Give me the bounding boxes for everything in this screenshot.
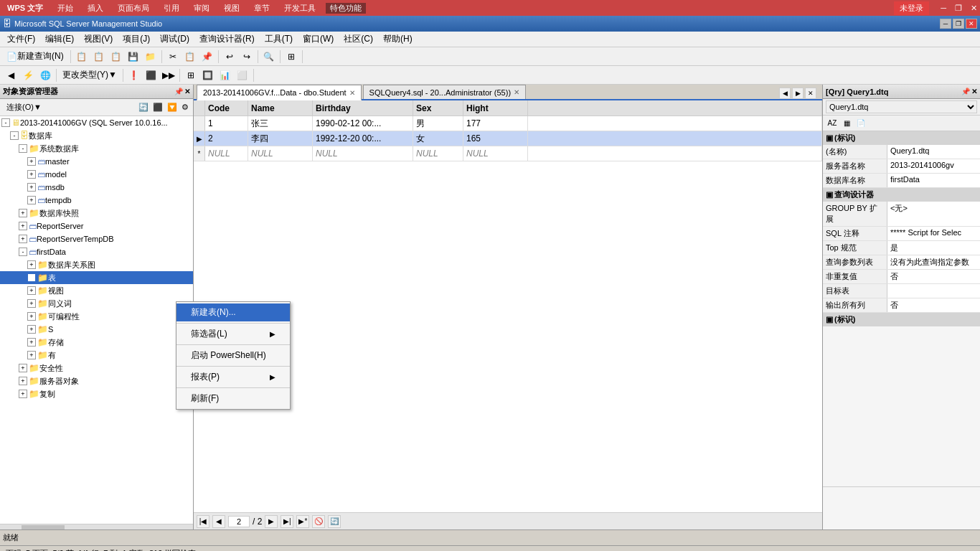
tables-expand[interactable]: + — [27, 273, 36, 282]
tb2-btn-10[interactable]: ⬜ — [235, 68, 250, 83]
prop-section-identity[interactable]: ▣ (标识) — [823, 131, 980, 145]
grid-row-1[interactable]: 1 张三 1990-02-12 00:... 男 177 — [194, 116, 822, 131]
wps-menu-ref[interactable]: 引用 — [159, 3, 184, 14]
wps-menu-layout[interactable]: 页面布局 — [113, 3, 154, 14]
tab-scroll-right[interactable]: ▶ — [792, 88, 804, 99]
row2-code[interactable]: 2 — [205, 131, 248, 146]
tree-security[interactable]: + 📁 安全性 — [0, 362, 193, 375]
tb2-btn-5[interactable]: ⬛ — [143, 68, 159, 83]
tb-btn-11[interactable]: 🔍 — [261, 50, 277, 64]
tb-filter-icon[interactable]: 🔽 — [166, 101, 179, 113]
explorer-hscrollbar[interactable] — [0, 524, 193, 529]
s-expand[interactable]: + — [27, 325, 36, 334]
tb-btn-3[interactable]: 📋 — [108, 50, 124, 64]
snapshots-expand[interactable]: + — [19, 209, 27, 217]
tb-btn-7[interactable]: 📋 — [182, 50, 198, 64]
tree-views[interactable]: + 📁 视图 — [0, 284, 193, 297]
nav-prev-btn[interactable]: ◀ — [212, 515, 225, 528]
databases-expand[interactable]: - — [10, 131, 19, 140]
tree-system-dbs[interactable]: - 📁 系统数据库 — [0, 142, 193, 155]
tb-btn-6[interactable]: ✂ — [165, 50, 181, 64]
server-expand[interactable]: - — [1, 118, 10, 127]
row1-sex[interactable]: 男 — [413, 116, 463, 131]
properties-dropdown[interactable]: Query1.dtq — [826, 100, 977, 113]
ctx-reports[interactable]: 报表(P) ▶ — [176, 368, 290, 386]
wps-menu-review[interactable]: 审阅 — [189, 3, 214, 14]
row2-hight[interactable]: 165 — [463, 131, 528, 146]
row1-code[interactable]: 1 — [205, 116, 248, 131]
views-expand[interactable]: + — [27, 286, 36, 295]
tb-btn-2[interactable]: 📋 — [91, 50, 107, 64]
tree-model[interactable]: + 🗃 model — [0, 168, 193, 181]
menu-file[interactable]: 文件(F) — [3, 32, 39, 47]
menu-help[interactable]: 帮助(H) — [379, 32, 417, 47]
db-diagrams-expand[interactable]: + — [27, 260, 36, 269]
tb-btn-5[interactable]: 📁 — [143, 50, 159, 64]
new-query-btn[interactable]: 📄 新建查询(N) — [3, 50, 67, 64]
wps-logo[interactable]: WPS 文字 — [3, 2, 47, 14]
prop-value-distinct[interactable]: 否 — [887, 270, 980, 283]
master-expand[interactable]: + — [27, 157, 36, 166]
tree-s[interactable]: + 📁 S — [0, 323, 193, 336]
pin-icon[interactable]: 📌 — [174, 88, 183, 95]
explorer-close-icon[interactable]: ✕ — [184, 88, 190, 95]
synonyms-expand[interactable]: + — [27, 299, 36, 308]
menu-debug[interactable]: 调试(D) — [156, 32, 194, 47]
storage-expand[interactable]: + — [27, 338, 36, 347]
security-expand[interactable]: + — [19, 364, 27, 372]
tb2-btn-4[interactable]: ❗ — [126, 68, 142, 83]
tb2-btn-8[interactable]: 🔲 — [200, 68, 216, 83]
prop-value-server[interactable]: 2013-20141006gv — [887, 159, 980, 173]
tb2-btn-7[interactable]: ⊞ — [183, 68, 199, 83]
tree-replication[interactable]: + 📁 复制 — [0, 387, 193, 400]
reportserver-expand[interactable]: + — [19, 222, 27, 230]
wps-menu-chapter[interactable]: 章节 — [250, 3, 274, 14]
tab-sqlquery-close[interactable]: ✕ — [514, 88, 519, 96]
tab-sqlquery[interactable]: SQLQuery4.sql - 20...Administrator (55))… — [363, 85, 526, 99]
wps-menu-dev[interactable]: 开发工具 — [280, 3, 320, 14]
row2-name[interactable]: 李四 — [248, 131, 313, 146]
wps-menu-insert[interactable]: 插入 — [83, 3, 108, 14]
wps-menu-special[interactable]: 特色功能 — [326, 3, 366, 14]
ctx-filter[interactable]: 筛选器(L) ▶ — [176, 325, 290, 343]
menu-edit[interactable]: 编辑(E) — [41, 32, 78, 47]
tb2-btn-2[interactable]: ⚡ — [20, 68, 36, 83]
prop-value-name[interactable]: Query1.dtq — [887, 145, 980, 159]
prop-value-db[interactable]: firstData — [887, 174, 980, 187]
prop-az-btn[interactable]: AZ — [826, 117, 839, 130]
tab-student-close[interactable]: ✕ — [349, 89, 355, 97]
row2-sex[interactable]: 女 — [413, 131, 463, 146]
programmability-expand[interactable]: + — [27, 312, 36, 321]
properties-close-icon[interactable]: ✕ — [971, 88, 977, 95]
row-null-hight[interactable]: NULL — [463, 146, 528, 161]
tempdb-expand[interactable]: + — [27, 196, 36, 204]
tb-btn-8[interactable]: 📌 — [199, 50, 215, 64]
tree-databases[interactable]: - 🗄 数据库 — [0, 129, 193, 142]
ssms-minimize-btn[interactable]: ─ — [940, 19, 951, 29]
prop-value-params[interactable]: 没有为此查询指定参数 — [887, 255, 980, 269]
tree-storage[interactable]: + 📁 存储 — [0, 336, 193, 349]
msdb-expand[interactable]: + — [27, 183, 36, 192]
tree-reportserver-temp[interactable]: + 🗃 ReportServerTempDB — [0, 232, 193, 245]
tree-db-snapshots[interactable]: + 📁 数据库快照 — [0, 207, 193, 220]
ctx-refresh[interactable]: 刷新(F) — [176, 390, 290, 408]
menu-view[interactable]: 视图(V) — [80, 32, 117, 47]
menu-project[interactable]: 项目(J) — [118, 32, 154, 47]
tab-student[interactable]: 2013-20141006GV.f...Data - dbo.Student ✕ — [197, 85, 362, 100]
tab-close-all[interactable]: ✕ — [805, 88, 816, 99]
row-null-name[interactable]: NULL — [248, 146, 313, 161]
tb2-btn-9[interactable]: 📊 — [217, 68, 233, 83]
nav-cancel-btn[interactable]: 🚫 — [312, 515, 325, 528]
prop-section-qd[interactable]: ▣ 查询设计器 — [823, 188, 980, 202]
prop-page-btn[interactable]: 📄 — [854, 117, 867, 130]
model-expand[interactable]: + — [27, 170, 36, 179]
tree-msdb[interactable]: + 🗃 msdb — [0, 181, 193, 194]
wps-close[interactable]: ✕ — [971, 4, 977, 13]
tree-db-diagrams[interactable]: + 📁 数据库关系图 — [0, 258, 193, 271]
tree-tempdb[interactable]: + 🗃 tempdb — [0, 194, 193, 207]
row1-name[interactable]: 张三 — [248, 116, 313, 131]
row2-birthday[interactable]: 1992-12-20 00:... — [313, 131, 413, 146]
change-type-btn[interactable]: 更改类型(Y)▼ — [60, 69, 120, 81]
tree-synonyms[interactable]: + 📁 同义词 — [0, 297, 193, 310]
tb-btn-1[interactable]: 📋 — [74, 50, 90, 64]
